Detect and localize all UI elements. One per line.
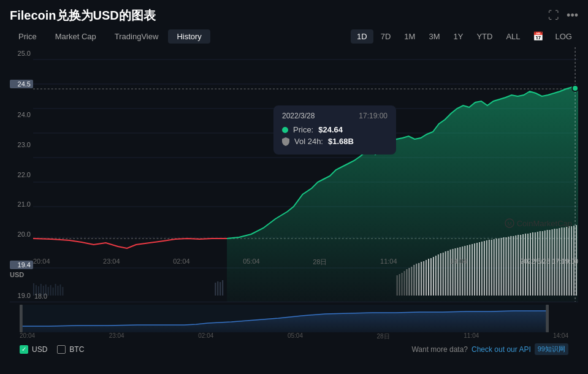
watermark: M CoinMarketCap [505,218,572,228]
legend-btc[interactable]: BTC [57,345,84,354]
rtab-3m[interactable]: 3M [422,29,446,44]
svg-rect-54 [454,248,456,296]
y-label-25: 25.0 [10,50,33,57]
tab-price[interactable]: Price [10,29,45,44]
tooltip-vol-row: Vol 24h: $1.68B [282,137,388,146]
y-axis: 25.0 24.5 24.0 23.0 22.0 21.0 20.0 19.4 … [10,47,33,302]
svg-rect-55 [457,248,458,296]
svg-rect-64 [479,242,480,296]
svg-text:M: M [507,221,512,227]
tab-tradingview[interactable]: TradingView [106,29,167,44]
svg-rect-29 [222,280,223,296]
rtab-1m[interactable]: 1M [398,29,421,44]
tooltip-price-row: Price: $24.64 [282,125,388,134]
svg-rect-23 [58,286,59,296]
price-tooltip: 2022/3/28 17:19:00 Price: $24.64 Vol 24h… [273,105,396,155]
svg-rect-19 [48,287,49,296]
left-tabs: Price Market Cap TradingView History [10,29,210,44]
svg-rect-35 [408,268,410,296]
svg-rect-31 [399,274,400,296]
usd-checkbox[interactable]: ✓ [20,345,28,354]
tab-marketcap[interactable]: Market Cap [47,29,105,44]
svg-rect-27 [217,281,218,296]
svg-rect-28 [220,282,221,296]
shield-icon [282,137,289,146]
btc-checkbox[interactable] [57,345,66,354]
coinmarketcap-icon: M [505,218,514,228]
svg-rect-58 [464,246,465,296]
usd-axis-label: USD [10,271,24,278]
svg-rect-56 [459,247,460,296]
tooltip-price-value: $24.64 [318,125,343,134]
main-container: Filecoin兑换为USD的图表 ⛶ ••• Price Market Cap… [0,0,588,374]
y-label-23: 23.0 [10,141,33,148]
rtab-ytd[interactable]: YTD [470,29,498,44]
rtab-1y[interactable]: 1Y [447,29,469,44]
nav-x-axis: 20:04 23:04 02:04 05:04 28日 11:04 14:04 [20,332,568,341]
price-dot [282,127,288,133]
svg-rect-32 [402,273,403,296]
svg-rect-38 [416,264,417,296]
svg-rect-26 [215,283,216,296]
y-label-194: 19.4 [10,261,33,269]
tooltip-price-label: Price: [293,125,313,134]
svg-rect-36 [411,267,412,296]
svg-rect-61 [472,244,473,296]
navigator: 20:04 23:04 02:04 05:04 28日 11:04 14:04 [10,302,578,340]
legend-usd-label: USD [32,345,47,354]
svg-rect-67 [486,240,487,296]
svg-rect-60 [469,245,470,296]
logo-99: 99知识网 [535,343,568,355]
svg-rect-57 [462,246,463,296]
svg-rect-25 [62,287,63,296]
svg-rect-37 [413,265,414,296]
svg-rect-20 [50,285,52,296]
tabs-row: Price Market Cap TradingView History 1D … [10,29,578,44]
legend-btc-label: BTC [69,345,84,354]
api-link[interactable]: Check out our API [472,345,531,354]
chart-area: 25.0 24.5 24.0 23.0 22.0 21.0 20.0 19.4 … [10,47,578,302]
tooltip-date: 2022/3/28 17:19:00 [282,112,388,120]
tab-history[interactable]: History [168,29,210,44]
svg-rect-21 [53,288,54,296]
tooltip-vol-value: $1.68B [328,137,354,146]
svg-rect-59 [467,245,468,296]
svg-rect-24 [59,284,61,296]
rtab-7d[interactable]: 7D [375,29,397,44]
y-label-22: 22.0 [10,171,33,178]
svg-rect-65 [481,242,483,296]
x-axis: 20:04 23:04 02:04 05:04 28日 11:04 14:04 … [33,256,578,268]
svg-rect-110 [20,305,549,332]
page-title: Filecoin兑换为USD的图表 [10,7,156,24]
expand-icon[interactable]: ⛶ [548,9,559,22]
svg-rect-63 [476,243,478,296]
svg-point-12 [572,85,578,91]
y-label-20: 20.0 [10,231,33,238]
svg-rect-66 [484,241,485,296]
api-text: Want more data? [411,345,468,354]
y-label-21: 21.0 [10,200,33,208]
api-section: Want more data? Check out our API 99知识网 [411,343,568,355]
right-tabs: 1D 7D 1M 3M 1Y YTD ALL 📅 LOG [351,29,578,44]
svg-text:18.0: 18.0 [34,292,47,300]
y-label-24: 24.0 [10,111,33,118]
header: Filecoin兑换为USD的图表 ⛶ ••• [10,7,578,24]
rtab-all[interactable]: ALL [500,29,526,44]
y-label-245: 24.5 [10,80,33,88]
legend-usd[interactable]: ✓ USD [20,345,47,354]
navigator-chart [20,305,549,332]
svg-rect-34 [406,269,407,296]
svg-rect-62 [474,243,475,296]
bottom-bar: ✓ USD BTC Want more data? Check out our … [10,340,578,359]
more-icon[interactable]: ••• [567,9,578,22]
svg-rect-22 [55,284,56,296]
rtab-1d[interactable]: 1D [351,29,373,44]
header-icons: ⛶ ••• [548,9,578,22]
legend: ✓ USD BTC [20,345,84,354]
rtab-log[interactable]: LOG [549,29,578,44]
svg-rect-33 [404,271,405,296]
calendar-icon[interactable]: 📅 [528,29,548,44]
tooltip-vol-label: Vol 24h: [294,137,323,146]
y-label-19: 19.0 [10,292,33,299]
svg-rect-30 [397,275,398,296]
